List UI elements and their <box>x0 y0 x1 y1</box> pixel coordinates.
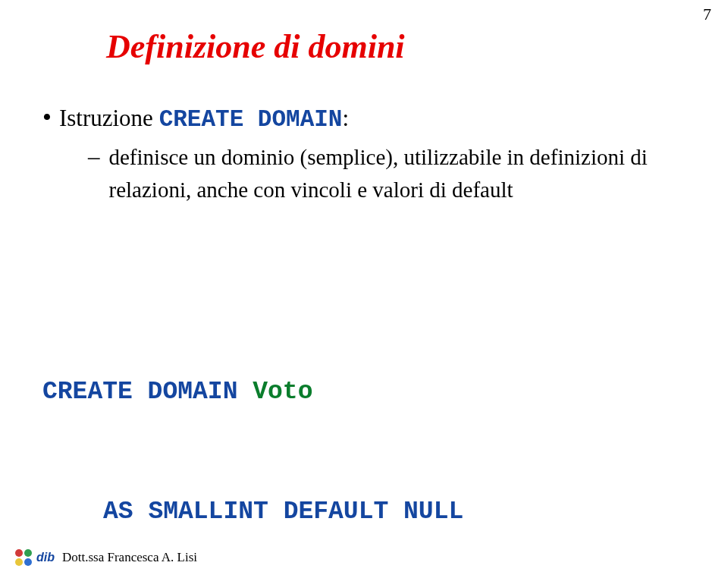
footer: dib Dott.ssa Francesca A. Lisi <box>0 549 728 566</box>
code-line-1: CREATE DOMAIN Voto <box>42 372 599 413</box>
code-line-2: AS SMALLINT DEFAULT NULL <box>42 492 599 533</box>
bullet-prefix: Istruzione <box>59 105 159 131</box>
bullet-text: Istruzione CREATE DOMAIN: <box>59 102 349 137</box>
bullet-item: • Istruzione CREATE DOMAIN: <box>42 99 682 137</box>
body-content: • Istruzione CREATE DOMAIN: – definisce … <box>42 99 682 207</box>
code-identifier-voto: Voto <box>237 378 312 406</box>
page-number: 7 <box>703 5 711 24</box>
logo-dots-icon <box>15 549 32 566</box>
sub-bullet-item: – definisce un dominio (semplice), utili… <box>88 140 682 207</box>
logo-text: dib <box>36 551 55 564</box>
code-block: CREATE DOMAIN Voto AS SMALLINT DEFAULT N… <box>42 292 599 575</box>
bullet-icon: • <box>42 99 52 136</box>
bullet-keyword: CREATE DOMAIN <box>159 106 343 133</box>
footer-author: Dott.ssa Francesca A. Lisi <box>62 550 197 565</box>
bullet-suffix: : <box>342 105 349 131</box>
dash-icon: – <box>88 140 100 174</box>
sub-bullet-text: definisce un dominio (semplice), utilizz… <box>109 141 683 207</box>
code-kw-as-smallint: AS SMALLINT DEFAULT NULL <box>103 498 463 526</box>
logo: dib <box>15 549 55 566</box>
code-kw-create-domain: CREATE DOMAIN <box>42 378 237 406</box>
slide-title: Definizione di domini <box>106 27 405 66</box>
